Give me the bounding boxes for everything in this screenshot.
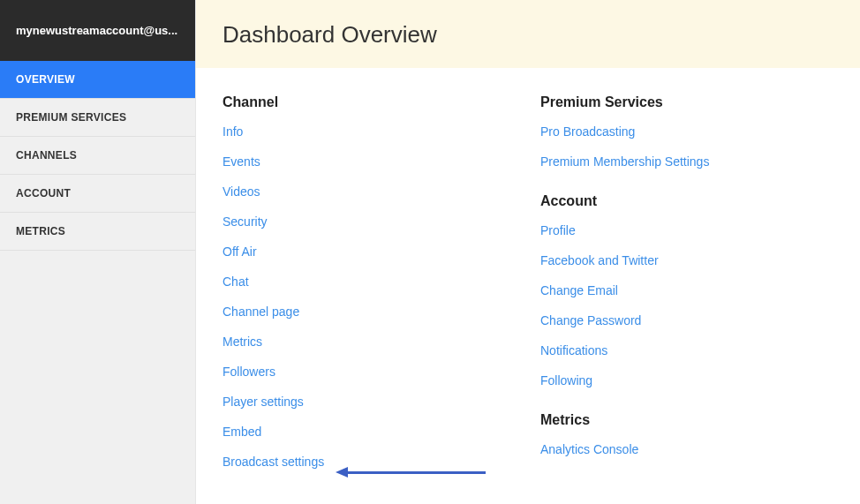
section-account: Account Profile Facebook and Twitter Cha… xyxy=(540,193,823,387)
link-list-premium: Pro Broadcasting Premium Membership Sett… xyxy=(540,124,823,169)
section-heading-metrics: Metrics xyxy=(540,412,823,428)
main: Dashboard Overview Channel Info Events V… xyxy=(196,0,860,504)
link-list-metrics: Analytics Console xyxy=(540,442,823,456)
column-left: Channel Info Events Videos Security Off … xyxy=(223,94,487,493)
link-change-password[interactable]: Change Password xyxy=(540,313,823,327)
sidebar-item-label: PREMIUM SERVICES xyxy=(16,111,126,124)
link-premium-membership-settings[interactable]: Premium Membership Settings xyxy=(540,154,823,169)
sidebar-item-label: ACCOUNT xyxy=(16,187,71,199)
section-heading-account: Account xyxy=(540,193,823,209)
link-embed[interactable]: Embed xyxy=(223,425,487,439)
sidebar: mynewustreamaccount@us... OVERVIEW PREMI… xyxy=(0,0,196,504)
page-title: Dashboard Overview xyxy=(223,21,834,49)
section-heading-channel: Channel xyxy=(223,94,487,110)
sidebar-nav: OVERVIEW PREMIUM SERVICES CHANNELS ACCOU… xyxy=(0,61,195,251)
sidebar-item-metrics[interactable]: METRICS xyxy=(0,213,195,251)
link-broadcast-settings[interactable]: Broadcast settings xyxy=(223,455,487,469)
link-list-channel: Info Events Videos Security Off Air Chat… xyxy=(223,124,487,469)
section-channel: Channel Info Events Videos Security Off … xyxy=(223,94,487,469)
link-analytics-console[interactable]: Analytics Console xyxy=(540,442,823,456)
sidebar-account[interactable]: mynewustreamaccount@us... xyxy=(0,0,195,61)
sidebar-item-overview[interactable]: OVERVIEW xyxy=(0,61,195,99)
link-chat[interactable]: Chat xyxy=(223,275,487,289)
link-profile[interactable]: Profile xyxy=(540,223,823,237)
link-followers[interactable]: Followers xyxy=(223,365,487,379)
link-pro-broadcasting[interactable]: Pro Broadcasting xyxy=(540,124,823,139)
link-events[interactable]: Events xyxy=(223,154,487,169)
sidebar-item-channels[interactable]: CHANNELS xyxy=(0,137,195,175)
link-channel-page[interactable]: Channel page xyxy=(223,305,487,319)
column-right: Premium Services Pro Broadcasting Premiu… xyxy=(540,94,823,493)
sidebar-item-label: METRICS xyxy=(16,225,65,237)
link-change-email[interactable]: Change Email xyxy=(540,283,823,297)
account-label: mynewustreamaccount@us... xyxy=(16,24,177,37)
sidebar-item-premium-services[interactable]: PREMIUM SERVICES xyxy=(0,99,195,137)
section-heading-premium: Premium Services xyxy=(540,94,823,110)
sidebar-item-account[interactable]: ACCOUNT xyxy=(0,175,195,213)
link-list-account: Profile Facebook and Twitter Change Emai… xyxy=(540,223,823,387)
link-info[interactable]: Info xyxy=(223,124,487,139)
link-off-air[interactable]: Off Air xyxy=(223,244,487,259)
sidebar-item-label: OVERVIEW xyxy=(16,73,75,86)
link-notifications[interactable]: Notifications xyxy=(540,343,823,357)
link-metrics[interactable]: Metrics xyxy=(223,335,487,349)
section-premium-services: Premium Services Pro Broadcasting Premiu… xyxy=(540,94,823,169)
page-header: Dashboard Overview xyxy=(196,0,860,68)
content: Channel Info Events Videos Security Off … xyxy=(196,68,860,493)
link-facebook-twitter[interactable]: Facebook and Twitter xyxy=(540,253,823,267)
link-player-settings[interactable]: Player settings xyxy=(223,395,487,409)
link-following[interactable]: Following xyxy=(540,373,823,387)
link-videos[interactable]: Videos xyxy=(223,184,487,199)
link-security[interactable]: Security xyxy=(223,214,487,229)
section-metrics: Metrics Analytics Console xyxy=(540,412,823,456)
sidebar-item-label: CHANNELS xyxy=(16,149,77,162)
